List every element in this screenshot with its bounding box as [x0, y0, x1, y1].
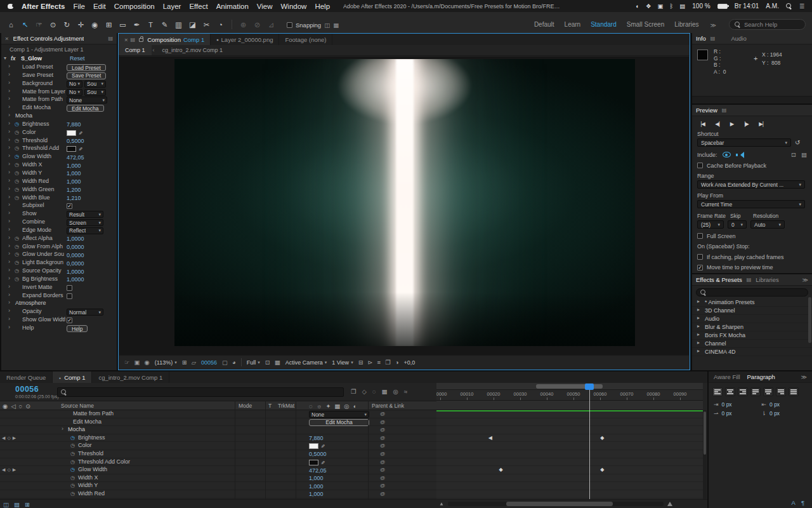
stopwatch-icon[interactable]	[15, 236, 19, 241]
pick-whip-icon[interactable]	[380, 443, 385, 448]
keyframe[interactable]	[600, 436, 604, 441]
local-axis-mode-icon[interactable]: ⊕	[237, 20, 249, 30]
twirl-icon[interactable]	[8, 226, 10, 232]
region-of-interest-icon[interactable]: ⊡	[265, 359, 270, 366]
menu-help[interactable]: Help	[315, 3, 330, 10]
preset-category[interactable]: Blur & Sharpen	[692, 323, 812, 331]
solo-column-icon[interactable]: ○	[19, 403, 23, 410]
keyframe[interactable]	[600, 467, 604, 472]
preset-category[interactable]: Boris FX Mocha	[692, 331, 812, 340]
tab-effects-presets[interactable]: Effects & Presets	[696, 276, 742, 283]
indent-left-value[interactable]: 0 px	[722, 401, 732, 408]
expand-transfer-controls-icon[interactable]: ▤	[14, 501, 20, 508]
skip-dropdown[interactable]: 0	[728, 220, 747, 229]
character-panel-icon[interactable]: A	[792, 499, 796, 506]
mini-timeline-icon[interactable]: ≡	[377, 359, 381, 366]
background-source-dropdown[interactable]: Sou	[84, 81, 106, 88]
twirl-icon[interactable]	[8, 63, 10, 69]
shy-switch-icon[interactable]: ◌	[309, 403, 313, 410]
stopwatch-icon[interactable]	[70, 491, 75, 497]
reset-to-default-icon[interactable]: ↺	[795, 139, 800, 146]
pen-tool[interactable]: ✒	[131, 20, 143, 30]
stopwatch-icon[interactable]	[15, 244, 19, 250]
puppet-pin-tool[interactable]: ◔	[214, 20, 226, 30]
indent-first-line-value[interactable]: 0 px	[722, 410, 732, 417]
edit-mocha-button[interactable]: Edit Mocha	[309, 419, 369, 426]
property-label[interactable]: Brightness	[78, 434, 105, 441]
exposure-value[interactable]: +0,0	[403, 359, 415, 366]
twirl-icon[interactable]	[8, 95, 10, 102]
column-source-name[interactable]: Source Name	[61, 403, 94, 409]
composition-viewport[interactable]	[174, 59, 635, 346]
keyframe-area[interactable]	[436, 410, 703, 499]
video-column-icon[interactable]: ◉	[3, 403, 8, 410]
stopwatch-icon[interactable]	[70, 451, 75, 457]
zoom-tool[interactable]: ⊙	[47, 20, 59, 30]
mask-visibility-icon[interactable]: ▱	[192, 359, 196, 366]
comp-flowchart-icon[interactable]: ❐	[385, 359, 391, 366]
stopwatch-icon[interactable]	[15, 195, 19, 201]
preset-category[interactable]: Channel	[692, 340, 812, 348]
twirl-icon[interactable]	[62, 425, 63, 432]
apple-menu-icon[interactable]	[8, 3, 13, 10]
color-swatch[interactable]	[309, 443, 318, 449]
overlays-icon[interactable]: ⊡	[791, 151, 796, 158]
grid-guides-icon[interactable]: ⊞	[182, 359, 187, 366]
property-label[interactable]: Width X	[78, 474, 98, 481]
twirl-icon[interactable]	[8, 307, 10, 314]
twirl-icon[interactable]	[8, 201, 10, 208]
current-time-indicator-line[interactable]	[589, 390, 590, 499]
adjustment-switch-icon[interactable]: ◐	[353, 403, 357, 410]
panel-tab-composition-comp-1[interactable]: CompositionComp 1	[119, 34, 211, 45]
shortcut-dropdown[interactable]: Spacebar	[697, 138, 791, 147]
source-opacity-value[interactable]: 1,0000	[67, 269, 84, 275]
type-tool[interactable]: T	[145, 20, 157, 30]
twirl-icon[interactable]	[8, 291, 10, 298]
resolution-dropdown[interactable]: Full	[247, 359, 260, 366]
edit-mocha-button[interactable]: Edit Mocha	[67, 105, 104, 112]
twirl-icon[interactable]	[697, 307, 700, 312]
control-center-icon[interactable]: ☰	[799, 3, 804, 10]
viewer-tab-cg-intro-2-mov-comp-1[interactable]: cg_intro_2.mov Comp 1	[156, 45, 230, 55]
if-caching-checkbox[interactable]	[697, 254, 703, 260]
presets-search-input[interactable]	[710, 290, 792, 296]
bluetooth-icon[interactable]: ᛒ	[670, 3, 674, 10]
threshold-value[interactable]: 0,5000	[67, 138, 84, 144]
keyboard-icon[interactable]: ▤	[679, 3, 685, 10]
bg-brightness-value[interactable]: 1,0000	[67, 276, 84, 283]
stopwatch-icon[interactable]	[15, 268, 19, 274]
current-frame-display[interactable]: 00056	[15, 385, 39, 394]
show-dropdown[interactable]: Result	[67, 211, 103, 218]
twirl-icon[interactable]	[8, 112, 10, 118]
twirl-icon[interactable]	[697, 348, 700, 354]
frame-blend-icon[interactable]: ▦	[382, 388, 388, 395]
zoom-track[interactable]	[448, 502, 664, 506]
width-blue-value[interactable]: 1,210	[67, 195, 81, 201]
timeline-scrollbar[interactable]	[703, 410, 707, 499]
hand-tool[interactable]: ☞	[33, 20, 45, 30]
pick-whip-icon[interactable]	[380, 419, 385, 425]
stopwatch-icon[interactable]	[15, 130, 19, 135]
play-from-dropdown[interactable]: Current Time	[697, 200, 805, 208]
time-ruler[interactable]: 0000000010000200003000040000500006000070…	[436, 390, 703, 401]
width-red-value[interactable]: 1,000	[309, 491, 324, 497]
zoom-thumb[interactable]	[506, 502, 613, 506]
close-icon[interactable]	[5, 35, 9, 42]
paragraph-panel-icon[interactable]: ¶	[801, 499, 804, 506]
clone-stamp-tool[interactable]: ▥	[173, 20, 185, 30]
justify-last-center-button[interactable]	[763, 387, 773, 396]
pick-whip-icon[interactable]	[380, 459, 385, 465]
group-label[interactable]: Mocha	[68, 426, 85, 432]
reset-exposure-icon[interactable]: ◑	[395, 359, 399, 366]
width-green-value[interactable]: 1,200	[67, 187, 81, 193]
twirl-icon[interactable]	[8, 128, 10, 135]
help-search-input[interactable]	[744, 21, 800, 28]
next-frame-button[interactable]: |▶	[742, 121, 750, 127]
affect-alpha-value[interactable]: 1,0000	[67, 236, 84, 242]
twirl-icon[interactable]	[8, 258, 10, 265]
glow-under-sou-value[interactable]: 0,0000	[67, 252, 84, 258]
stopwatch-icon[interactable]	[15, 138, 19, 144]
workspace-overflow-icon[interactable]: ≫	[710, 22, 716, 30]
matte-from-layer-dropdown[interactable]: No	[67, 89, 82, 96]
full-screen-checkbox[interactable]	[697, 233, 703, 239]
